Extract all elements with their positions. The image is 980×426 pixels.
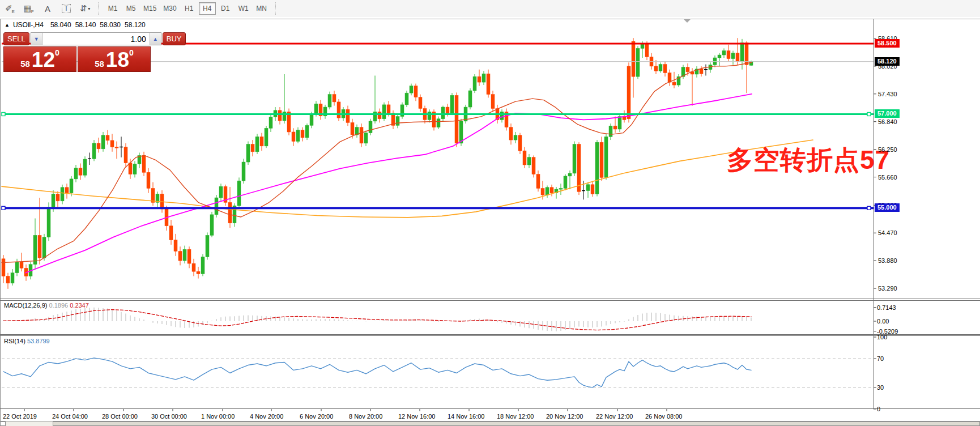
timeframe-button-w1[interactable]: W1 <box>235 2 252 15</box>
timeframe-button-m30[interactable]: M30 <box>160 2 179 15</box>
rsi-axis-tick: 30 <box>877 384 884 391</box>
price-axis-tick: 54.470 <box>878 229 897 236</box>
time-axis-label: 20 Nov 12:00 <box>546 413 583 420</box>
open-value: 58.040 <box>50 21 71 29</box>
text-tool-icon[interactable]: T <box>58 2 75 15</box>
grid-icon[interactable]: ▦F <box>20 2 37 15</box>
ask-price-major: 58 <box>95 59 104 69</box>
timeframe-button-h1[interactable]: H1 <box>181 2 198 15</box>
price-level-label: 58.500 <box>875 39 900 48</box>
price-level-label: 57.000 <box>875 109 900 118</box>
toolbar: ✐E▦FAT⇵▾ M1M5M15M30H1H4D1W1MN <box>0 0 980 18</box>
collapse-panel-icon[interactable]: ▲ <box>5 22 10 28</box>
timeframe-button-d1[interactable]: D1 <box>217 2 234 15</box>
chart-text-annotation: 多空转折点57 <box>727 143 890 178</box>
time-axis-label: 12 Nov 16:00 <box>398 413 435 420</box>
price-axis-tick: 53.880 <box>878 257 897 264</box>
bid-price-major: 58 <box>20 59 30 69</box>
scrollbar-thumb[interactable] <box>53 421 980 426</box>
time-axis-label: 14 Nov 16:00 <box>448 413 484 420</box>
time-axis-label: 8 Nov 20:00 <box>349 413 382 420</box>
rsi-axis-tick: 0 <box>877 406 880 412</box>
ask-price-point: 0 <box>129 48 134 57</box>
bid-price-pips: 12 <box>32 49 55 71</box>
time-axis-label: 18 Nov 12:00 <box>497 413 534 420</box>
chart-canvas[interactable] <box>0 17 980 426</box>
bid-price-point: 0 <box>55 48 59 57</box>
price-level-label: 58.120 <box>875 57 900 66</box>
chart-shift-marker-icon[interactable] <box>683 19 691 23</box>
volume-spinner: ▼ ▲ <box>31 32 161 45</box>
price-axis-tick: 53.290 <box>878 285 897 292</box>
draw-tools-icon[interactable]: ✐E <box>2 2 19 15</box>
price-axis-tick: 55.660 <box>878 174 897 181</box>
sell-button[interactable]: SELL <box>3 32 29 45</box>
rsi-axis-tick: 70 <box>877 355 884 362</box>
one-click-trading-panel: SELL ▼ ▲ BUY 58 12 0 58 18 0 <box>3 32 151 72</box>
time-axis-label: 4 Nov 20:00 <box>250 413 283 420</box>
timeframe-button-m1[interactable]: M1 <box>104 2 121 15</box>
low-value: 58.030 <box>100 21 121 29</box>
time-axis-label: 28 Oct 00:00 <box>102 413 138 420</box>
volume-input[interactable] <box>42 33 150 45</box>
macd-axis-tick: 0.7143 <box>877 304 896 311</box>
price-axis-tick: 56.250 <box>878 146 897 153</box>
macd-axis-tick: 0.00 <box>877 318 889 325</box>
price-axis-tick: 57.430 <box>878 91 897 97</box>
time-axis-label: 24 Oct 04:00 <box>52 413 88 420</box>
horizontal-scrollbar[interactable] <box>0 421 980 426</box>
macd-main-value: 0.1896 <box>49 302 68 309</box>
buy-button[interactable]: BUY <box>163 32 186 45</box>
mt4-application: ✐E▦FAT⇵▾ M1M5M15M30H1H4D1W1MN ▲ USOil-,H… <box>0 0 980 426</box>
toolbar-separator <box>275 2 276 15</box>
symbol-period-label: USOil-,H4 <box>13 21 44 29</box>
volume-decrease-button[interactable]: ▼ <box>31 33 42 45</box>
chart-header: ▲ USOil-,H4 58.040 58.140 58.030 58.120 <box>5 21 150 29</box>
ask-quote-button[interactable]: 58 18 0 <box>78 46 151 72</box>
scrollbar-left-box[interactable] <box>0 421 6 426</box>
timeframe-button-h4[interactable]: H4 <box>199 2 216 15</box>
macd-signal-value: 0.2347 <box>70 302 89 309</box>
rsi-value: 53.8799 <box>27 338 50 344</box>
text-label-icon[interactable]: A <box>39 2 56 15</box>
close-value: 58.120 <box>125 21 146 29</box>
macd-indicator-label: MACD(12,26,9) 0.1896 0.2347 <box>4 302 89 309</box>
ask-price-pips: 18 <box>106 49 129 71</box>
price-axis-tick: 56.840 <box>878 118 897 125</box>
time-axis-label: 26 Nov 08:00 <box>645 413 682 420</box>
chart-window: ▲ USOil-,H4 58.040 58.140 58.030 58.120 … <box>0 17 980 426</box>
timeframe-button-mn[interactable]: MN <box>253 2 270 15</box>
cycle-arrows-icon[interactable]: ⇵▾ <box>76 2 93 15</box>
price-level-label: 55.000 <box>875 203 900 212</box>
time-axis-label: 1 Nov 00:00 <box>201 413 235 420</box>
timeframe-button-m15[interactable]: M15 <box>140 2 159 15</box>
timeframe-button-m5[interactable]: M5 <box>122 2 139 15</box>
rsi-axis-tick: 100 <box>877 334 887 340</box>
toolbar-separator <box>98 2 99 15</box>
time-axis-label: 30 Oct 00:00 <box>151 413 187 420</box>
time-axis-label: 22 Nov 12:00 <box>596 413 633 420</box>
bid-quote-button[interactable]: 58 12 0 <box>3 46 76 72</box>
time-axis-label: 22 Oct 2019 <box>3 413 37 420</box>
high-value: 58.140 <box>75 21 96 29</box>
time-axis-label: 6 Nov 20:00 <box>300 413 333 420</box>
rsi-indicator-label: RSI(14) 53.8799 <box>4 338 50 344</box>
volume-increase-button[interactable]: ▲ <box>150 33 161 45</box>
